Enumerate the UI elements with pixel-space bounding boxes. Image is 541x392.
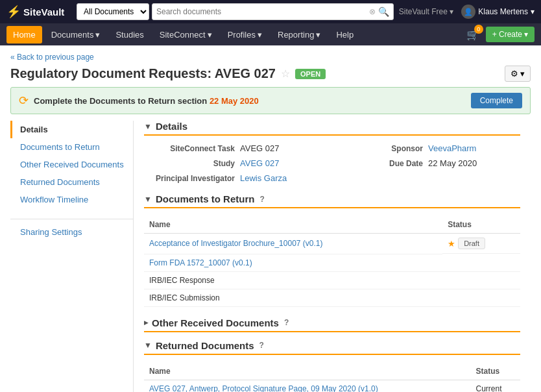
cart-badge: 0 <box>474 25 483 34</box>
returned-table-header: Name Status <box>144 363 520 380</box>
returned-docs-table: Name Status AVEG 027, Antwerp, Protocol … <box>144 363 520 393</box>
name-column-header: Name <box>144 216 442 234</box>
logo[interactable]: ⚡ SiteVault <box>6 5 71 19</box>
doc-status-cell-3 <box>442 271 520 289</box>
sponsor-label: Sponsor <box>332 144 423 153</box>
details-section-header[interactable]: ▼ Details <box>144 121 520 136</box>
alert-icon: ⟳ <box>19 93 29 108</box>
sidebar-main-section: Details Documents to Return Other Receiv… <box>10 121 133 208</box>
clear-icon: ⊗ <box>369 7 376 16</box>
sidebar-item-documents-to-return[interactable]: Documents to Return <box>10 138 133 156</box>
nav-siteconnect[interactable]: SiteConnect <box>153 26 219 43</box>
pi-label: Principal Investigator <box>144 174 235 183</box>
details-row-2: Study AVEG 027 Due Date 22 May 2020 <box>144 158 520 168</box>
table-row: AVEG 027, Antwerp, Protocol Signature Pa… <box>144 380 520 392</box>
logo-icon: ⚡ <box>6 5 21 19</box>
other-received-header[interactable]: ▸ Other Received Documents ? <box>144 317 520 332</box>
favorite-star-icon[interactable]: ☆ <box>281 67 290 80</box>
nav-home[interactable]: Home <box>6 26 42 43</box>
search-input[interactable] <box>156 7 369 16</box>
sidebar: Details Documents to Return Other Receiv… <box>10 121 134 392</box>
sidebar-divider <box>10 219 133 219</box>
sidebar-item-returned-documents[interactable]: Returned Documents <box>10 173 133 191</box>
alert-bar: ⟳ Complete the Documents to Return secti… <box>10 87 531 114</box>
sitevault-free-label[interactable]: SiteVault Free ▾ <box>399 7 453 16</box>
sidebar-sharing-section: Sharing Settings <box>10 223 133 241</box>
documents-table-container: Name Status Acceptance of Investigator B… <box>144 216 520 307</box>
doc-status-cell-4 <box>442 289 520 306</box>
empty-col <box>332 173 520 183</box>
table-row: IRB/IEC Response <box>144 271 520 289</box>
user-name: Klaus Mertens <box>478 7 528 16</box>
nav-documents[interactable]: Documents <box>45 26 107 43</box>
other-received-arrow: ▸ <box>144 318 148 327</box>
returned-docs-help-icon[interactable]: ? <box>259 341 264 350</box>
search-button[interactable]: 🔍 <box>378 6 389 17</box>
study-label: Study <box>144 159 235 168</box>
complete-button[interactable]: Complete <box>471 93 522 108</box>
search-area: All Documents ⊗ 🔍 <box>77 3 394 20</box>
documents-chevron <box>95 30 100 40</box>
details-table: SiteConnect Task AVEG 027 Sponsor VeevaP… <box>144 143 520 183</box>
back-link[interactable]: « Back to previous page <box>10 53 94 62</box>
gear-button[interactable]: ⚙ ▾ <box>505 66 531 82</box>
returned-docs-title: Returned Documents <box>156 340 254 351</box>
documents-to-return-header[interactable]: ▼ Documents to Return ? <box>144 193 520 208</box>
doc-link-1[interactable]: Acceptance of Investigator Brochure_1000… <box>149 239 323 248</box>
study-value[interactable]: AVEG 027 <box>240 158 279 168</box>
details-row-1: SiteConnect Task AVEG 027 Sponsor VeevaP… <box>144 143 520 153</box>
other-received-help-icon[interactable]: ? <box>284 318 289 327</box>
sponsor-value[interactable]: VeevaPharm <box>428 143 476 153</box>
doc-status-cell-1: ★ Draft <box>442 234 520 254</box>
doc-link-2[interactable]: Form FDA 1572_10007 (v0.1) <box>149 258 252 267</box>
siteconnect-task-col: SiteConnect Task AVEG 027 <box>144 143 332 153</box>
returned-name-header: Name <box>144 363 470 380</box>
status-badge: OPEN <box>295 69 326 79</box>
doc-status-cell-2 <box>442 254 520 271</box>
nav-help[interactable]: Help <box>330 26 360 43</box>
search-box: ⊗ 🔍 <box>152 3 394 20</box>
returned-doc-link-1[interactable]: AVEG 027, Antwerp, Protocol Signature Pa… <box>149 384 378 393</box>
details-row-3: Principal Investigator Lewis Garza <box>144 173 520 183</box>
returned-docs-arrow: ▼ <box>144 341 152 350</box>
logo-text: SiteVault <box>23 6 64 18</box>
user-chevron: ▾ <box>531 7 535 16</box>
study-col: Study AVEG 027 <box>144 158 332 168</box>
sidebar-item-workflow-timeline[interactable]: Workflow Timeline <box>10 191 133 208</box>
create-button[interactable]: + Create ▾ <box>486 27 535 42</box>
siteconnect-task-value: AVEG 027 <box>240 143 279 153</box>
sidebar-item-sharing-settings[interactable]: Sharing Settings <box>10 223 133 241</box>
documents-table: Name Status Acceptance of Investigator B… <box>144 216 520 307</box>
sidebar-item-details[interactable]: Details <box>10 121 133 138</box>
gear-chevron: ▾ <box>520 69 525 79</box>
alert-text: Complete the Documents to Return section… <box>34 96 259 106</box>
page-title: Regulatory Document Requests: AVEG 027 <box>10 66 276 81</box>
pi-col: Principal Investigator Lewis Garza <box>144 173 332 183</box>
nav-studies[interactable]: Studies <box>109 26 150 43</box>
documents-arrow: ▼ <box>144 195 152 204</box>
nav-reporting[interactable]: Reporting <box>271 26 327 43</box>
sponsor-col: Sponsor VeevaPharm <box>332 143 520 153</box>
due-date-value: 22 May 2020 <box>428 158 477 168</box>
doc-name-cell: IRB/IEC Response <box>144 271 442 289</box>
sidebar-item-other-received[interactable]: Other Received Documents <box>10 156 133 173</box>
doc-name-4: IRB/IEC Submission <box>149 293 220 302</box>
page-content: « Back to previous page Regulatory Docum… <box>0 45 541 392</box>
nav-profiles[interactable]: Profiles <box>221 26 269 43</box>
cart-container: 🛒 0 <box>466 29 479 41</box>
nav-right: SiteVault Free ▾ 👤 Klaus Mertens ▾ <box>399 5 535 19</box>
returned-doc-name: AVEG 027, Antwerp, Protocol Signature Pa… <box>144 380 470 392</box>
documents-table-header: Name Status <box>144 216 520 234</box>
other-received-title: Other Received Documents <box>152 317 279 328</box>
document-filter-select[interactable]: All Documents <box>77 3 149 20</box>
pi-value[interactable]: Lewis Garza <box>240 173 287 183</box>
returned-docs-header[interactable]: ▼ Returned Documents ? <box>144 340 520 355</box>
table-row: Acceptance of Investigator Brochure_1000… <box>144 234 520 254</box>
due-date-col: Due Date 22 May 2020 <box>332 158 520 168</box>
documents-help-icon[interactable]: ? <box>259 195 264 204</box>
table-row: Form FDA 1572_10007 (v0.1) <box>144 254 520 271</box>
user-menu[interactable]: 👤 Klaus Mertens ▾ <box>461 5 535 19</box>
profiles-chevron <box>258 30 262 40</box>
status-column-header: Status <box>442 216 520 234</box>
details-section-title: Details <box>156 121 187 132</box>
